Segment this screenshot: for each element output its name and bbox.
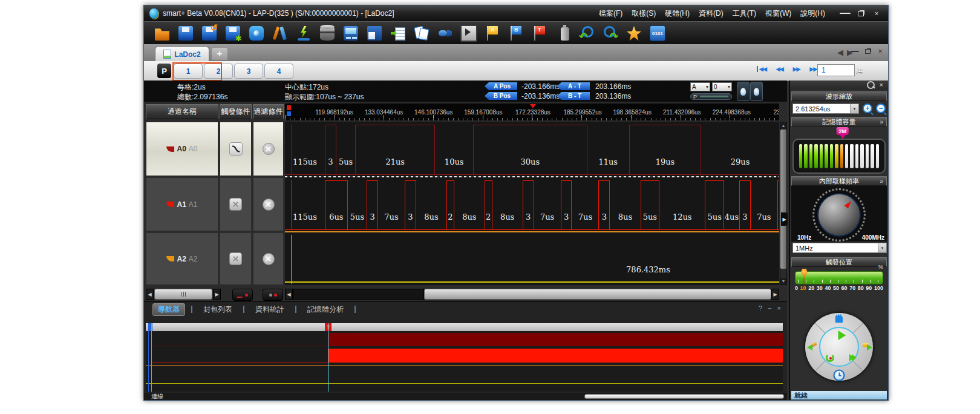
window-layout-button[interactable] (366, 24, 383, 42)
page-prefix-button[interactable]: P (157, 64, 171, 78)
flag-b-button[interactable]: B (508, 24, 524, 42)
doc-minimize-button[interactable] (851, 47, 859, 56)
tab-ladoc2[interactable]: LaDoc2 (155, 46, 209, 62)
trigger-position-slider[interactable] (795, 271, 883, 284)
a-pos-tag[interactable]: A Pos (485, 82, 517, 90)
navigator-control-1[interactable]: − (768, 304, 771, 312)
snapshot-camera-button[interactable] (248, 24, 265, 42)
vertical-scrollbar[interactable]: ▲ ▼ (780, 122, 787, 285)
restore-button[interactable] (855, 9, 866, 18)
play-icon[interactable] (838, 330, 846, 340)
replay-icon[interactable] (826, 353, 834, 362)
page-number-input[interactable] (817, 64, 855, 76)
dont-care-circle-icon[interactable] (263, 253, 275, 265)
time-ruler[interactable]: 119.968192us133.034464us146.100736us159.… (285, 104, 779, 120)
dont-care-circle-icon[interactable] (263, 199, 275, 211)
goto-right-icon[interactable] (863, 343, 872, 350)
tab-scroll-left-icon[interactable]: ◀ (837, 48, 843, 57)
channel-scroll-right-button[interactable]: ▶ (213, 289, 221, 300)
flag-t-button[interactable]: T (531, 24, 548, 42)
memory-gauge[interactable] (792, 139, 886, 174)
p-slider[interactable]: P (690, 93, 732, 100)
scroll-down-icon[interactable]: ▼ (780, 278, 786, 284)
memory-marker-badge[interactable]: 2M (837, 127, 849, 135)
navigator-control-2[interactable]: × (777, 304, 781, 312)
marker-select[interactable]: A▾ (690, 82, 710, 91)
save-settings-button[interactable] (224, 24, 241, 42)
menu-item-4[interactable]: 工具(T) (733, 8, 756, 19)
bottom-tab-1[interactable]: 封包列表 (198, 304, 237, 315)
menu-item-3[interactable]: 資料(D) (699, 8, 724, 19)
channel-row-a0[interactable]: A0A0 (146, 122, 218, 176)
page-button-3[interactable]: 3 (234, 64, 263, 79)
menu-item-1[interactable]: 取樣(S) (632, 8, 656, 19)
filter-condition-cell-a1[interactable] (253, 177, 284, 231)
a-t-tag[interactable]: A - T (557, 82, 590, 90)
navigator-control-0[interactable]: ? (759, 304, 762, 312)
next-page-button[interactable]: ▶▶ (793, 66, 800, 72)
wave-scroll-right-button[interactable]: ▶ (771, 289, 779, 300)
favorite-star-button[interactable] (626, 24, 642, 42)
save-restore-button[interactable] (201, 24, 218, 42)
channel-scroll-thumb[interactable] (154, 289, 212, 300)
dont-care-icon[interactable] (229, 252, 242, 265)
waveform-row-a1[interactable]: 115us6us5us37us38us28us28us37us37us38us5… (285, 177, 779, 231)
doc-close-button[interactable]: × (876, 47, 884, 56)
dont-care-icon[interactable] (229, 198, 242, 211)
bottom-tab-2[interactable]: 資料統計 (250, 304, 289, 315)
hand-icon[interactable] (835, 314, 843, 323)
trigger-condition-cell-a2[interactable] (220, 232, 252, 285)
instrument-panel-button[interactable] (342, 24, 359, 42)
minimize-button[interactable] (840, 9, 851, 18)
wave-scroll-left-button[interactable]: ◀ (285, 289, 293, 300)
channel-row-a2[interactable]: A2A2 (146, 232, 218, 285)
channel-scroll-left-button[interactable]: ◀ (146, 289, 154, 300)
channel-row-a1[interactable]: A1A1 (146, 177, 218, 231)
zoom-out-icon[interactable]: − (876, 104, 886, 113)
prev-page-button[interactable]: ◀◀ (776, 66, 783, 72)
scroll-up-icon[interactable]: ▲ (780, 122, 786, 129)
page-button-2[interactable]: 2 (204, 64, 233, 79)
waveform-row-a0[interactable]: 115us35us21us10us30us11us19us29us (285, 122, 779, 176)
fast-forward-icon[interactable] (849, 354, 854, 361)
menu-item-6[interactable]: 說明(H) (800, 8, 825, 19)
menu-item-0[interactable]: 檔案(F) (599, 8, 622, 19)
filter-indicator-button[interactable] (263, 289, 283, 301)
bottom-tab-3[interactable]: 記憶體分析 (302, 304, 348, 315)
binary-data-button[interactable]: 0101 (649, 24, 666, 42)
pin-icon[interactable] (867, 81, 875, 89)
doc-restore-button[interactable] (863, 47, 872, 56)
tools-button[interactable] (272, 24, 289, 42)
chevron-right-icon[interactable]: » (880, 119, 883, 125)
bus-connector-button[interactable] (437, 24, 454, 42)
acquire-lightning-button[interactable] (295, 24, 312, 42)
menu-item-5[interactable]: 視窗(W) (765, 8, 791, 19)
bottom-tab-0[interactable]: 導航器 (152, 303, 185, 316)
save-button[interactable] (177, 24, 194, 42)
waveform-row-a2[interactable]: 786.432ms (285, 232, 779, 285)
marker-index-select[interactable]: 0▾ (712, 82, 732, 91)
add-tab-button[interactable]: + (212, 48, 227, 60)
memory-database-button[interactable] (319, 24, 336, 42)
open-folder-button[interactable] (154, 24, 171, 42)
close-button[interactable]: × (871, 9, 882, 18)
trigger-position-marker-icon[interactable] (801, 269, 808, 278)
page-button-4[interactable]: 4 (264, 64, 293, 79)
trigger-indicator-button[interactable] (232, 289, 253, 301)
filter-condition-cell-a0[interactable] (253, 122, 284, 176)
navigator-ruler[interactable]: T (146, 323, 783, 331)
marker-a-bulb-icon[interactable] (737, 82, 750, 101)
sample-rate-select[interactable]: 1MHz▾ (792, 243, 887, 253)
filter-condition-cell-a2[interactable] (253, 232, 284, 285)
trigger-condition-cell-a0[interactable] (220, 122, 252, 176)
chevron-right-icon[interactable]: » (880, 178, 883, 185)
dont-care-circle-icon[interactable] (263, 143, 275, 155)
sample-rate-knob[interactable] (817, 193, 861, 237)
vertical-scroll-thumb[interactable] (780, 130, 786, 269)
waveform-video-button[interactable] (460, 24, 477, 42)
clock-icon[interactable] (834, 370, 845, 381)
trigger-condition-cell-a1[interactable] (220, 177, 252, 231)
wave-scroll-thumb[interactable] (424, 289, 771, 300)
panel-close-icon[interactable]: × (880, 82, 883, 88)
edit-left-icon[interactable] (807, 343, 817, 350)
